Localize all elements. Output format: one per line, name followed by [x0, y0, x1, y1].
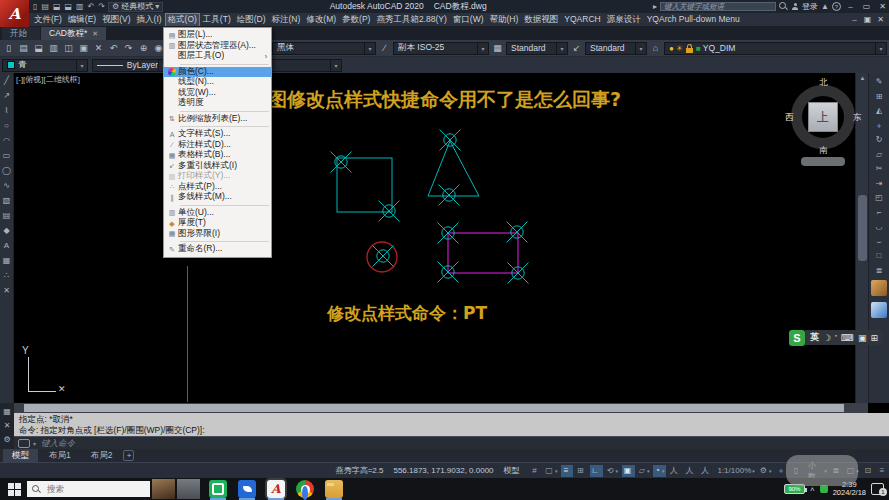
chevron-down-icon[interactable]: ▾: [477, 43, 488, 54]
format-menu-item[interactable]: [180, 205, 269, 206]
app-feishu-icon[interactable]: [238, 480, 256, 498]
layer-on-bulb-icon[interactable]: ●: [669, 44, 674, 53]
cmd-grid-icon[interactable]: ▦: [3, 407, 11, 416]
compass-west[interactable]: 西: [785, 112, 794, 124]
menu-window[interactable]: 窗口(W): [450, 13, 487, 27]
tray-app-icon[interactable]: [820, 485, 828, 493]
vertical-scroll-thumb[interactable]: [858, 195, 867, 261]
ray-icon[interactable]: ↗: [3, 91, 10, 100]
floating-avatar-tile[interactable]: [871, 302, 887, 318]
app-store-icon[interactable]: [209, 480, 227, 498]
menu-yuanquan[interactable]: 源泉设计: [604, 13, 644, 27]
format-menu-transparency[interactable]: 透明度: [164, 98, 271, 109]
polyline-icon[interactable]: ⌇: [5, 106, 9, 115]
new-icon[interactable]: ▯: [2, 42, 15, 55]
horizontal-scroll-thumb[interactable]: [24, 404, 844, 412]
text-style-combo[interactable]: 黑体 ▾: [272, 42, 376, 55]
ellipse-icon[interactable]: ◯: [2, 166, 11, 175]
layer-freeze-sun-icon[interactable]: ☀: [676, 44, 683, 53]
linetype-combo[interactable]: ByLayer ▾: [92, 59, 170, 72]
erase-icon[interactable]: ✕: [92, 42, 105, 55]
hatch-icon[interactable]: ▧: [3, 196, 11, 205]
chevron-down-icon[interactable]: ▾: [33, 440, 36, 447]
chevron-down-icon[interactable]: ▾: [76, 60, 87, 71]
dynamic-input-icon[interactable]: ⊞: [575, 465, 587, 477]
explode-icon[interactable]: □: [877, 251, 882, 260]
format-menu-scale-list[interactable]: ⇅ 比例缩放列表(E)...: [164, 114, 271, 125]
object-track-icon[interactable]: ▱▾: [637, 465, 651, 477]
search-flyout-caret[interactable]: ▸: [653, 2, 657, 11]
sogou-logo-icon[interactable]: S: [789, 330, 805, 346]
compass-east[interactable]: 东: [853, 112, 862, 124]
tab-start[interactable]: 开始: [2, 27, 40, 40]
table-style-combo[interactable]: Standard ▾: [506, 42, 568, 55]
move-icon[interactable]: ＋: [875, 121, 883, 130]
extend-icon[interactable]: ⇥: [876, 179, 883, 188]
color-combo[interactable]: 青 ▾: [2, 59, 88, 72]
app-autocad-icon[interactable]: A: [267, 480, 285, 498]
trim-icon[interactable]: ✂: [876, 164, 883, 173]
polar-tracking-icon[interactable]: ⟲▾: [605, 465, 620, 477]
chevron-down-icon[interactable]: ▾: [635, 43, 646, 54]
modify-pencil-icon[interactable]: ✎: [876, 77, 883, 86]
fillet-icon[interactable]: ◡: [876, 222, 883, 231]
table-icon[interactable]: ▦: [3, 256, 11, 265]
menu-parametric[interactable]: 参数(P): [339, 13, 373, 27]
viewcube[interactable]: 北 西 东 南 上: [784, 78, 862, 156]
menu-draw[interactable]: 绘图(D): [234, 13, 269, 27]
close-button[interactable]: ✕: [876, 1, 889, 12]
menu-modify[interactable]: 修改(M): [303, 13, 339, 27]
osnap-icon[interactable]: ▣: [622, 465, 635, 477]
taskbar-photo-thumbnail[interactable]: [152, 479, 175, 499]
clipboard-icon[interactable]: ▣: [858, 333, 867, 343]
taskbar-tower-thumbnail[interactable]: [177, 479, 200, 499]
menu-tools[interactable]: 工具(T): [200, 13, 234, 27]
workspace-icon[interactable]: ⚙▾: [758, 465, 773, 477]
floating-avatar-tile[interactable]: [871, 280, 887, 296]
restore-button[interactable]: ▭: [860, 1, 873, 12]
drawing-canvas[interactable]: [14, 73, 855, 403]
plot-icon[interactable]: ▥: [76, 2, 84, 11]
horizontal-scrollbar[interactable]: ◄ ►: [14, 403, 868, 413]
table-style-icon[interactable]: ▦: [491, 42, 504, 55]
infer-constraints-icon[interactable]: ≡: [561, 465, 573, 477]
layer-lock-icon[interactable]: [686, 48, 693, 53]
arc-icon[interactable]: ◠: [3, 136, 10, 145]
publish-icon[interactable]: ▣: [77, 42, 90, 55]
menu-view[interactable]: 视图(V): [99, 13, 133, 27]
format-menu-item[interactable]: [180, 241, 269, 242]
tab-model[interactable]: 模型: [3, 449, 38, 463]
format-menu-limits[interactable]: ▦ 图形界限(I): [164, 229, 271, 240]
user-icon[interactable]: [791, 3, 799, 11]
circle-icon[interactable]: ○: [4, 121, 9, 130]
compass-south[interactable]: 南: [819, 145, 828, 157]
menu-yanxiu-toolbox[interactable]: 燕秀工具箱2.88(Y): [373, 13, 449, 27]
viewcube-menu-pill[interactable]: [801, 157, 845, 166]
gradient-icon[interactable]: ▤: [3, 211, 11, 220]
doc-minimize-button[interactable]: –: [848, 14, 861, 25]
moon-icon[interactable]: ☽: [823, 333, 831, 343]
mirror-icon[interactable]: ◭: [876, 106, 882, 115]
tab-cad-tutorial[interactable]: CAD教程*✕: [41, 27, 106, 40]
point-icon[interactable]: ∴: [4, 271, 9, 280]
command-input[interactable]: [39, 437, 239, 449]
pan-icon[interactable]: ⊕: [137, 42, 150, 55]
search-icon[interactable]: [779, 2, 788, 11]
new-file-icon[interactable]: ▯: [33, 2, 37, 11]
spline-icon[interactable]: ∿: [3, 181, 10, 190]
copy-icon[interactable]: ⊞: [876, 92, 883, 101]
space-label[interactable]: 模型: [504, 465, 520, 476]
doc-restore-button[interactable]: ▣: [861, 14, 874, 25]
snap-icon[interactable]: ▢▾: [544, 465, 560, 477]
start-button[interactable]: [0, 478, 27, 500]
app-store-alert-icon[interactable]: ▲: [821, 2, 829, 11]
doc-close-button[interactable]: ✕: [874, 14, 887, 25]
annotation-scale-icon[interactable]: 人: [700, 465, 714, 477]
taskbar-search[interactable]: [27, 481, 150, 497]
menu-yqarch[interactable]: YQARCH: [561, 13, 603, 27]
chevron-down-icon[interactable]: ▾: [875, 43, 886, 54]
sign-in-label[interactable]: 登录: [802, 1, 818, 12]
cmd-close-icon[interactable]: ✕: [4, 421, 11, 430]
workspace-switcher[interactable]: ⚙ 经典模式 ▾: [108, 2, 163, 12]
line-icon[interactable]: ╱: [4, 76, 9, 85]
